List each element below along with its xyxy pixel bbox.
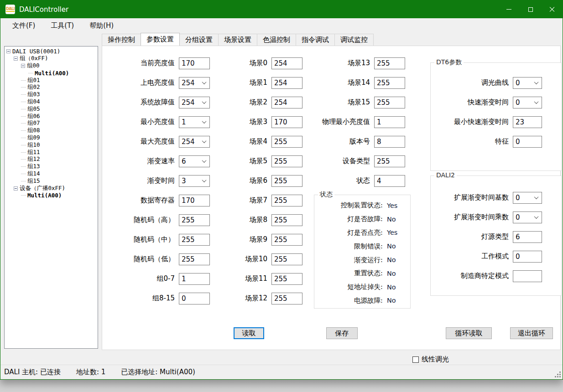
col1-dropdown-5[interactable]: 6: [179, 155, 210, 167]
tree-item[interactable]: 组00: [5, 62, 98, 70]
col3-input-3[interactable]: [374, 116, 405, 128]
tree-item[interactable]: 组05: [5, 105, 98, 113]
loop-read-button[interactable]: 循环读取: [446, 327, 492, 339]
tree-item[interactable]: 组07: [5, 120, 98, 127]
tab-4[interactable]: 色温控制: [257, 34, 296, 46]
status-row-label: 重置状态:: [314, 269, 383, 278]
col1-row-2: 系统故障值254: [115, 93, 210, 112]
status-row-label: 电源故障:: [314, 296, 383, 305]
dali2-input-4[interactable]: [513, 270, 542, 282]
col1-input-11[interactable]: [179, 273, 210, 285]
tree-expander-icon[interactable]: [21, 64, 25, 68]
col1-input-7[interactable]: [179, 195, 210, 206]
col2-input-7[interactable]: [271, 195, 302, 206]
tree-item-label: 组12: [27, 155, 40, 163]
dt6-input-2[interactable]: [513, 116, 542, 128]
tree-expander-icon[interactable]: [14, 57, 18, 61]
tree-item[interactable]: 组11: [5, 149, 98, 156]
param-column-1: 当前亮度值上电亮度值254系统故障值254最小亮度值1最大亮度值254渐变速率6…: [115, 53, 210, 308]
tree-item[interactable]: 组12: [5, 156, 98, 163]
tree-item[interactable]: 组14: [5, 170, 98, 178]
col3-input-2[interactable]: [374, 97, 405, 108]
tree-item[interactable]: 设备（广播0xFF): [5, 185, 98, 192]
tab-2[interactable]: 分组设置: [179, 34, 219, 46]
tab-0[interactable]: 操作控制: [102, 34, 141, 46]
col1-dropdown-1[interactable]: 254: [179, 77, 210, 89]
col1-input-12[interactable]: [179, 293, 210, 304]
menu-tools[interactable]: 工具(T): [44, 20, 80, 32]
col1-input-8[interactable]: [179, 214, 210, 226]
chevron-down-icon: [202, 80, 207, 84]
read-button[interactable]: 读取: [234, 327, 264, 339]
dali2-dropdown-1[interactable]: 0: [513, 211, 542, 223]
menu-file[interactable]: 文件(F): [6, 20, 42, 32]
tree-item[interactable]: 组08: [5, 127, 98, 134]
status-rows: 控制装置状态:Yes灯是否故障:No灯是否点亮:Yes限制错误:No渐变运行:N…: [314, 199, 410, 307]
device-tree[interactable]: DALI USB(0001)组（0xFF)组00Multi(A00)组01组02…: [4, 46, 98, 349]
linear-dimming-option: 线性调光: [412, 355, 449, 364]
col1-row-7: 数据寄存器: [115, 191, 210, 210]
tree-item-label: 组10: [27, 141, 40, 149]
tree-item[interactable]: 组（0xFF): [5, 55, 98, 62]
tab-3[interactable]: 场景设置: [218, 34, 257, 46]
tree-item[interactable]: DALI USB(0001): [5, 48, 98, 55]
close-button[interactable]: [541, 0, 563, 18]
tree-item[interactable]: 组06: [5, 113, 98, 120]
col1-dropdown-3[interactable]: 1: [179, 116, 210, 128]
tree-expander-icon[interactable]: [14, 186, 18, 191]
field-label: 特征: [431, 137, 513, 146]
dali2-input-3[interactable]: [513, 251, 542, 263]
dali2-row-2: 灯源类型: [431, 227, 561, 247]
linear-dimming-checkbox[interactable]: [412, 356, 419, 363]
col1-dropdown-6[interactable]: 3: [179, 175, 210, 187]
tree-item[interactable]: Multi(A00): [5, 69, 98, 77]
dali2-dropdown-0[interactable]: 0: [513, 192, 542, 204]
tree-item[interactable]: 组01: [5, 77, 98, 84]
dropdown-value: 0: [516, 98, 520, 107]
col1-dropdown-2[interactable]: 254: [179, 97, 210, 108]
tree-expander-icon[interactable]: [6, 49, 10, 53]
col1-input-0[interactable]: [179, 57, 210, 69]
tree-item-label: 组03: [27, 91, 40, 98]
dali2-input-2[interactable]: [513, 231, 542, 243]
status-row-value: No: [387, 284, 396, 291]
tree-item[interactable]: 组03: [5, 91, 98, 98]
tree-item[interactable]: 组09: [5, 134, 98, 142]
col2-input-9[interactable]: [271, 234, 302, 246]
tree-item[interactable]: 组04: [5, 98, 98, 106]
tab-6[interactable]: 调试监控: [334, 34, 374, 46]
col2-input-10[interactable]: [271, 253, 302, 265]
tree-item[interactable]: 组15: [5, 177, 98, 185]
col3-input-5[interactable]: [374, 155, 405, 167]
dt6-dropdown-1[interactable]: 0: [513, 97, 542, 108]
dt6-dropdown-0[interactable]: 0: [513, 77, 542, 89]
tab-1[interactable]: 参数设置: [141, 33, 180, 46]
col1-dropdown-4[interactable]: 254: [179, 136, 210, 148]
col1-input-9[interactable]: [179, 234, 210, 246]
col2-input-12[interactable]: [271, 293, 302, 304]
tree-item[interactable]: 组13: [5, 163, 98, 170]
chevron-down-icon: [534, 195, 539, 199]
col3-input-4[interactable]: [374, 136, 405, 148]
col3-input-6[interactable]: [374, 175, 405, 187]
app-icon-text: DALI: [6, 7, 15, 12]
col2-input-11[interactable]: [271, 273, 302, 285]
maximize-button[interactable]: [520, 0, 541, 18]
tree-item[interactable]: 组10: [5, 141, 98, 149]
col2-input-8[interactable]: [271, 214, 302, 226]
dt6-input-3[interactable]: [513, 136, 542, 148]
tree-item[interactable]: 组02: [5, 84, 98, 91]
save-button[interactable]: 保存: [326, 327, 358, 339]
resize-grip-icon[interactable]: [559, 376, 561, 377]
field-label: 渐变时间: [115, 176, 179, 185]
col3-input-0[interactable]: [374, 57, 405, 69]
menu-help[interactable]: 帮助(H): [83, 20, 120, 32]
tab-5[interactable]: 指令调试: [296, 34, 335, 46]
status-row-label: 灯是否故障:: [314, 215, 383, 223]
dt6-row-1: 快速渐变时间0: [431, 93, 561, 112]
tree-item[interactable]: Multi(A00): [5, 192, 98, 199]
exit-loop-button[interactable]: 退出循环: [510, 327, 553, 339]
minimize-button[interactable]: [498, 0, 520, 18]
col1-input-10[interactable]: [179, 253, 210, 265]
col3-input-1[interactable]: [374, 77, 405, 89]
